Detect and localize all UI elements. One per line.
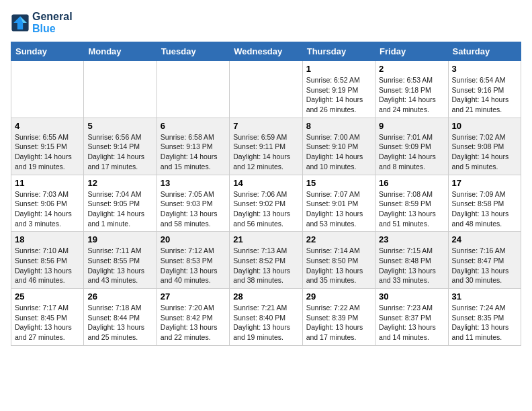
calendar-cell: 16Sunrise: 7:08 AM Sunset: 8:59 PM Dayli…: [375, 175, 448, 232]
day-info: Sunrise: 7:06 AM Sunset: 9:02 PM Dayligh…: [233, 189, 298, 229]
day-number: 14: [233, 178, 298, 188]
day-info: Sunrise: 6:58 AM Sunset: 9:13 PM Dayligh…: [161, 132, 226, 172]
day-info: Sunrise: 7:02 AM Sunset: 9:08 PM Dayligh…: [452, 132, 517, 172]
calendar-cell: [11, 61, 84, 118]
day-info: Sunrise: 7:00 AM Sunset: 9:10 PM Dayligh…: [306, 132, 371, 172]
col-header-friday: Friday: [375, 42, 448, 61]
day-info: Sunrise: 6:53 AM Sunset: 9:18 PM Dayligh…: [379, 75, 444, 115]
logo-icon: [11, 13, 30, 32]
day-info: Sunrise: 7:07 AM Sunset: 9:01 PM Dayligh…: [306, 189, 371, 229]
day-number: 4: [15, 121, 80, 131]
col-header-sunday: Sunday: [11, 42, 84, 61]
day-info: Sunrise: 7:08 AM Sunset: 8:59 PM Dayligh…: [379, 189, 444, 229]
calendar-table: SundayMondayTuesdayWednesdayThursdayFrid…: [11, 42, 521, 346]
day-number: 31: [452, 291, 517, 302]
calendar-cell: 25Sunrise: 7:17 AM Sunset: 8:45 PM Dayli…: [11, 289, 84, 346]
day-info: Sunrise: 7:18 AM Sunset: 8:44 PM Dayligh…: [87, 303, 152, 342]
day-info: Sunrise: 7:21 AM Sunset: 8:40 PM Dayligh…: [233, 303, 298, 342]
day-info: Sunrise: 6:59 AM Sunset: 9:11 PM Dayligh…: [233, 132, 298, 172]
day-info: Sunrise: 7:03 AM Sunset: 9:06 PM Dayligh…: [15, 189, 80, 229]
day-number: 7: [233, 121, 298, 131]
calendar-cell: 28Sunrise: 7:21 AM Sunset: 8:40 PM Dayli…: [230, 289, 302, 346]
day-number: 22: [306, 234, 371, 244]
calendar-cell: 17Sunrise: 7:09 AM Sunset: 8:58 PM Dayli…: [448, 175, 521, 232]
col-header-wednesday: Wednesday: [230, 42, 302, 61]
calendar-cell: 5Sunrise: 6:56 AM Sunset: 9:14 PM Daylig…: [84, 118, 157, 175]
day-info: Sunrise: 7:17 AM Sunset: 8:45 PM Dayligh…: [15, 303, 80, 342]
day-info: Sunrise: 7:14 AM Sunset: 8:50 PM Dayligh…: [306, 246, 371, 285]
page-header: General Blue: [11, 11, 521, 35]
day-info: Sunrise: 7:15 AM Sunset: 8:48 PM Dayligh…: [379, 246, 444, 285]
day-info: Sunrise: 7:09 AM Sunset: 8:58 PM Dayligh…: [452, 189, 517, 229]
calendar-week-row: 4Sunrise: 6:55 AM Sunset: 9:15 PM Daylig…: [11, 118, 521, 175]
col-header-tuesday: Tuesday: [157, 42, 229, 61]
day-info: Sunrise: 6:55 AM Sunset: 9:15 PM Dayligh…: [15, 132, 80, 172]
logo: General Blue: [11, 11, 73, 35]
calendar-cell: 26Sunrise: 7:18 AM Sunset: 8:44 PM Dayli…: [84, 289, 157, 346]
calendar-cell: 3Sunrise: 6:54 AM Sunset: 9:16 PM Daylig…: [448, 61, 521, 118]
calendar-cell: [157, 61, 229, 118]
calendar-cell: [84, 61, 157, 118]
day-info: Sunrise: 7:13 AM Sunset: 8:52 PM Dayligh…: [233, 246, 298, 285]
calendar-cell: [230, 61, 302, 118]
day-number: 2: [379, 64, 444, 74]
calendar-cell: 15Sunrise: 7:07 AM Sunset: 9:01 PM Dayli…: [302, 175, 375, 232]
calendar-cell: 24Sunrise: 7:16 AM Sunset: 8:47 PM Dayli…: [448, 232, 521, 289]
day-number: 11: [15, 178, 80, 188]
calendar-cell: 30Sunrise: 7:23 AM Sunset: 8:37 PM Dayli…: [375, 289, 448, 346]
day-number: 27: [161, 291, 226, 302]
day-number: 19: [87, 234, 152, 244]
day-info: Sunrise: 7:01 AM Sunset: 9:09 PM Dayligh…: [379, 132, 444, 172]
day-info: Sunrise: 7:12 AM Sunset: 8:53 PM Dayligh…: [161, 246, 226, 285]
logo-text: General Blue: [32, 11, 73, 35]
day-number: 21: [233, 234, 298, 244]
day-number: 18: [15, 234, 80, 244]
day-info: Sunrise: 7:10 AM Sunset: 8:56 PM Dayligh…: [15, 246, 80, 285]
calendar-cell: 31Sunrise: 7:24 AM Sunset: 8:35 PM Dayli…: [448, 289, 521, 346]
calendar-cell: 13Sunrise: 7:05 AM Sunset: 9:03 PM Dayli…: [157, 175, 229, 232]
calendar-cell: 18Sunrise: 7:10 AM Sunset: 8:56 PM Dayli…: [11, 232, 84, 289]
calendar-cell: 1Sunrise: 6:52 AM Sunset: 9:19 PM Daylig…: [302, 61, 375, 118]
day-number: 9: [379, 121, 444, 131]
day-info: Sunrise: 7:05 AM Sunset: 9:03 PM Dayligh…: [161, 189, 226, 229]
calendar-cell: 23Sunrise: 7:15 AM Sunset: 8:48 PM Dayli…: [375, 232, 448, 289]
day-info: Sunrise: 7:16 AM Sunset: 8:47 PM Dayligh…: [452, 246, 517, 285]
calendar-cell: 2Sunrise: 6:53 AM Sunset: 9:18 PM Daylig…: [375, 61, 448, 118]
calendar-week-row: 18Sunrise: 7:10 AM Sunset: 8:56 PM Dayli…: [11, 232, 521, 289]
day-info: Sunrise: 7:11 AM Sunset: 8:55 PM Dayligh…: [87, 246, 152, 285]
day-info: Sunrise: 7:22 AM Sunset: 8:39 PM Dayligh…: [306, 303, 371, 342]
day-number: 13: [161, 178, 226, 188]
calendar-cell: 7Sunrise: 6:59 AM Sunset: 9:11 PM Daylig…: [230, 118, 302, 175]
day-info: Sunrise: 7:20 AM Sunset: 8:42 PM Dayligh…: [161, 303, 226, 342]
day-number: 25: [15, 291, 80, 302]
day-number: 3: [452, 64, 517, 74]
calendar-cell: 9Sunrise: 7:01 AM Sunset: 9:09 PM Daylig…: [375, 118, 448, 175]
calendar-cell: 4Sunrise: 6:55 AM Sunset: 9:15 PM Daylig…: [11, 118, 84, 175]
day-number: 28: [233, 291, 298, 302]
day-number: 29: [306, 291, 371, 302]
day-info: Sunrise: 6:56 AM Sunset: 9:14 PM Dayligh…: [87, 132, 152, 172]
calendar-cell: 12Sunrise: 7:04 AM Sunset: 9:05 PM Dayli…: [84, 175, 157, 232]
day-number: 16: [379, 178, 444, 188]
day-number: 8: [306, 121, 371, 131]
calendar-cell: 14Sunrise: 7:06 AM Sunset: 9:02 PM Dayli…: [230, 175, 302, 232]
calendar-cell: 29Sunrise: 7:22 AM Sunset: 8:39 PM Dayli…: [302, 289, 375, 346]
day-info: Sunrise: 6:52 AM Sunset: 9:19 PM Dayligh…: [306, 75, 371, 115]
col-header-thursday: Thursday: [302, 42, 375, 61]
day-number: 17: [452, 178, 517, 188]
calendar-week-row: 11Sunrise: 7:03 AM Sunset: 9:06 PM Dayli…: [11, 175, 521, 232]
calendar-cell: 11Sunrise: 7:03 AM Sunset: 9:06 PM Dayli…: [11, 175, 84, 232]
day-number: 5: [87, 121, 152, 131]
day-number: 15: [306, 178, 371, 188]
day-info: Sunrise: 6:54 AM Sunset: 9:16 PM Dayligh…: [452, 75, 517, 115]
day-number: 30: [379, 291, 444, 302]
calendar-cell: 27Sunrise: 7:20 AM Sunset: 8:42 PM Dayli…: [157, 289, 229, 346]
day-number: 24: [452, 234, 517, 244]
calendar-cell: 21Sunrise: 7:13 AM Sunset: 8:52 PM Dayli…: [230, 232, 302, 289]
calendar-cell: 10Sunrise: 7:02 AM Sunset: 9:08 PM Dayli…: [448, 118, 521, 175]
day-info: Sunrise: 7:04 AM Sunset: 9:05 PM Dayligh…: [87, 189, 152, 229]
calendar-cell: 8Sunrise: 7:00 AM Sunset: 9:10 PM Daylig…: [302, 118, 375, 175]
calendar-week-row: 1Sunrise: 6:52 AM Sunset: 9:19 PM Daylig…: [11, 61, 521, 118]
calendar-cell: 20Sunrise: 7:12 AM Sunset: 8:53 PM Dayli…: [157, 232, 229, 289]
day-number: 23: [379, 234, 444, 244]
